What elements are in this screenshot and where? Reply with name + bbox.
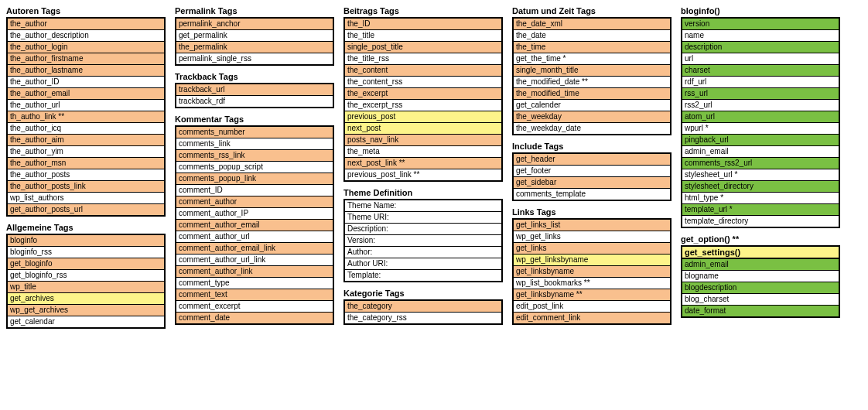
table-row: get_the_time * (514, 53, 670, 65)
table-row: Author: (345, 247, 501, 258)
table: permalink_anchorget_permalinkthe_permali… (175, 17, 334, 66)
table-row: pingback_url (682, 135, 839, 146)
table: the_IDthe_titlesingle_post_titlethe_titl… (343, 17, 503, 182)
table-row: get_linksbyname ** (514, 289, 670, 301)
table: the_categorythe_category_rss (343, 299, 503, 325)
table-row: wp_get_linksbyname (514, 255, 670, 266)
block-title: Permalink Tags (175, 6, 334, 15)
table-row: previous_post_link ** (345, 169, 501, 180)
block-title: Theme Definition (343, 188, 503, 197)
block-title: Datum und Zeit Tags (512, 6, 672, 15)
table-row: charset (682, 65, 839, 77)
block-allgemeine: Allgemeine Tags bloginfobloginfo_rssget_… (6, 223, 166, 329)
table-row: wp_title (8, 282, 164, 293)
block-title: Include Tags (512, 142, 672, 151)
table: the_authorthe_author_descriptionthe_auth… (6, 17, 166, 217)
table-row: get_linksbyname (514, 266, 670, 278)
table-row: comment_author_email_link (176, 243, 333, 255)
block-title: bloginfo() (681, 6, 840, 15)
column-2: Permalink Tags permalink_anchorget_perma… (175, 6, 334, 331)
table-row: rss2_url (682, 100, 839, 111)
table-row: stylesheet_url * (682, 169, 839, 181)
block-bloginfo: bloginfo() versionnamedescriptionurlchar… (681, 6, 840, 228)
table-row: html_type * (682, 193, 839, 204)
table-row: the_title (345, 30, 501, 42)
table-row: comments_popup_link (176, 173, 333, 185)
table: Theme Name:Theme URI:Description:Version… (343, 199, 503, 282)
table-row: get_bloginfo_rss (8, 270, 164, 282)
table-row: get_archives (8, 293, 164, 305)
block-title: get_option() ** (681, 234, 840, 244)
table-row: the_author_lastname (8, 65, 164, 77)
table-row: comment_author_link (176, 266, 333, 278)
table: bloginfobloginfo_rssget_bloginfoget_blog… (6, 234, 166, 329)
table-row: comment_author_url (176, 231, 333, 243)
table-row: comment_date (176, 313, 333, 323)
table-row: the_weekday_date (514, 123, 670, 134)
table-row: comments_template (514, 189, 670, 200)
table-row: the_category (345, 301, 501, 313)
table-row: version (682, 19, 839, 30)
table-row: admin_email (682, 146, 839, 158)
block-kategorie: Kategorie Tags the_categorythe_category_… (343, 289, 503, 325)
table-row: comment_author (176, 196, 333, 208)
table-row: the_date_xml (514, 19, 670, 30)
table: trackback_urltrackback_rdf (175, 83, 334, 108)
table-row: the_content_rss (345, 77, 501, 88)
block-links: Links Tags get_links_listwp_get_linksget… (512, 207, 672, 325)
table-row: the_date (514, 30, 670, 42)
table-row: wp_get_links (514, 231, 670, 243)
table-row: comments_link (176, 138, 333, 150)
table-row: get_calender (514, 100, 670, 111)
table-row: the_author_posts (8, 169, 164, 181)
table-row: Description: (345, 224, 501, 235)
table-row: edit_comment_link (514, 313, 670, 323)
table-row: get_links (514, 243, 670, 255)
column-3: Beitrags Tags the_IDthe_titlesingle_post… (343, 6, 503, 331)
table-row: the_ID (345, 19, 501, 30)
table: versionnamedescriptionurlcharsetrdf_urlr… (681, 17, 840, 228)
table-row: blogname (682, 271, 839, 282)
block-trackback: Trackback Tags trackback_urltrackback_rd… (175, 72, 334, 108)
table-row: comment_author_IP (176, 208, 333, 220)
table-row: comment_type (176, 278, 333, 289)
block-permalink: Permalink Tags permalink_anchorget_perma… (175, 6, 334, 66)
table-row: rdf_url (682, 77, 839, 88)
table-row: get_links_list (514, 220, 670, 231)
table-row: description (682, 42, 839, 53)
block-theme: Theme Definition Theme Name:Theme URI:De… (343, 188, 503, 282)
table-row: get_author_posts_url (8, 204, 164, 215)
table-row: admin_email (682, 259, 839, 271)
table-row: wpurl * (682, 123, 839, 135)
table-row: permalink_single_rss (176, 53, 333, 64)
block-datum: Datum und Zeit Tags the_date_xmlthe_date… (512, 6, 672, 135)
table-row: the_author_url (8, 100, 164, 111)
table-row: comments_number (176, 127, 333, 138)
block-autoren: Autoren Tags the_authorthe_author_descri… (6, 6, 166, 217)
table-row: the_author_yim (8, 146, 164, 158)
table-row: the_weekday (514, 111, 670, 123)
block-title: Beitrags Tags (343, 6, 503, 15)
column-5: bloginfo() versionnamedescriptionurlchar… (681, 6, 840, 319)
table-row: single_month_title (514, 65, 670, 77)
table-row: get_sidebar (514, 177, 670, 189)
table-row: comments_rss_link (176, 150, 333, 162)
table-row: th_autho_link ** (8, 111, 164, 123)
block-getoption: get_option() ** get_settings() admin_ema… (681, 234, 840, 318)
table-row: the_author_ID (8, 77, 164, 88)
cheatsheet-grid: Autoren Tags the_authorthe_author_descri… (6, 6, 862, 335)
table-row: get_calendar (8, 316, 164, 327)
table-row: comment_author_url_link (176, 255, 333, 266)
table-row: get_permalink (176, 30, 333, 42)
column-1: Autoren Tags the_authorthe_author_descri… (6, 6, 166, 335)
table-row: the_modified_date ** (514, 77, 670, 88)
table-row: trackback_url (176, 84, 333, 96)
table-row: posts_nav_link (345, 135, 501, 146)
block-include: Include Tags get_headerget_footerget_sid… (512, 142, 672, 201)
block-title: Links Tags (512, 207, 672, 217)
table-row: blog_charset (682, 294, 839, 306)
block-beitrags: Beitrags Tags the_IDthe_titlesingle_post… (343, 6, 503, 182)
table-row: Theme URI: (345, 212, 501, 224)
table-row: the_meta (345, 146, 501, 158)
table: comments_numbercomments_linkcomments_rss… (175, 125, 334, 325)
